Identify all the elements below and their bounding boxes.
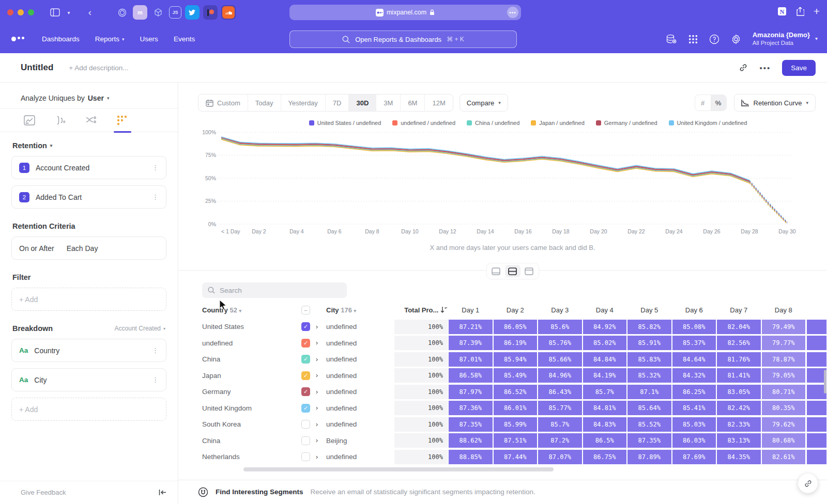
js-icon[interactable]: JS <box>169 6 181 19</box>
expand-row-icon[interactable]: › <box>316 453 326 461</box>
retention-cell[interactable]: 87.21% <box>449 320 493 334</box>
back-button[interactable]: ‹ <box>83 5 97 20</box>
retention-cell[interactable]: 86.43% <box>538 385 582 399</box>
retention-cell[interactable]: 87.44% <box>494 450 538 464</box>
retention-cell[interactable]: 85.6% <box>538 320 582 334</box>
settings-gear-icon[interactable] <box>731 34 741 44</box>
retention-cell[interactable]: 86.05% <box>494 320 538 334</box>
expand-row-icon[interactable]: › <box>316 372 326 379</box>
kebab-menu-icon[interactable]: ⋮ <box>152 166 159 170</box>
legend-item[interactable]: China / undefined <box>467 120 519 126</box>
retention-cell[interactable]: 85.76% <box>538 336 582 350</box>
retention-cell[interactable]: 87.01% <box>449 352 493 367</box>
retention-cell[interactable]: 86.58% <box>449 368 493 383</box>
expand-row-icon[interactable]: › <box>316 323 326 330</box>
retention-cell[interactable]: 82.42% <box>717 401 761 415</box>
retention-cell[interactable]: 87.35% <box>627 433 671 448</box>
retention-cell[interactable]: 86.52% <box>494 385 538 399</box>
retention-cell[interactable]: 86.25% <box>672 385 716 399</box>
range-30d[interactable]: 30D <box>349 94 376 111</box>
range-yesterday[interactable]: Yesterday <box>281 94 326 111</box>
more-options-icon[interactable]: ••• <box>759 64 771 72</box>
select-all-checkbox[interactable]: – <box>301 306 310 314</box>
apps-grid-icon[interactable] <box>688 35 698 44</box>
cube-icon[interactable] <box>151 5 165 20</box>
range-12m[interactable]: 12M <box>425 94 452 111</box>
compare-button[interactable]: Compare ▾ <box>460 94 508 112</box>
retention-cell[interactable]: 87.39% <box>449 336 493 350</box>
chart-type-dropdown[interactable]: Retention Curve ▾ <box>734 94 816 112</box>
range-3m[interactable]: 3M <box>376 94 401 111</box>
retention-cell[interactable]: 88.62% <box>449 433 493 448</box>
range-today[interactable]: Today <box>248 94 281 111</box>
retention-cell[interactable]: 85.08% <box>672 320 716 334</box>
tab-retention[interactable] <box>114 115 131 132</box>
retention-cell[interactable]: 79.05% <box>762 368 806 383</box>
patreon-icon[interactable] <box>203 5 218 20</box>
retention-cell[interactable]: 79.77% <box>762 336 806 350</box>
target-icon[interactable] <box>115 5 129 20</box>
day-column-header[interactable]: Day 6 <box>672 306 717 314</box>
city-cell[interactable]: undefined <box>326 404 394 412</box>
retention-cell[interactable]: 87.51% <box>494 433 538 448</box>
share-link-fab[interactable] <box>798 474 818 493</box>
step-card-1[interactable]: 1 Account Created ⋮ <box>11 156 166 179</box>
retention-cell[interactable]: 85.64% <box>627 401 671 415</box>
row-checkbox[interactable] <box>301 420 310 429</box>
legend-item[interactable]: United Kingdom / undefined <box>669 120 747 126</box>
retention-cell[interactable]: 84.35% <box>717 450 761 464</box>
retention-cell[interactable]: 87.2% <box>538 433 582 448</box>
series-line[interactable] <box>221 139 749 183</box>
tab-funnels[interactable] <box>52 115 69 132</box>
country-cell[interactable]: China <box>202 355 301 363</box>
retention-cell[interactable]: 84.83% <box>583 417 627 432</box>
retention-cell[interactable]: 85.7% <box>583 385 627 399</box>
kebab-menu-icon[interactable]: ⋮ <box>152 349 159 353</box>
step-card-2[interactable]: 2 Added To Cart ⋮ <box>11 185 166 209</box>
breakdown-card-city[interactable]: Aa City ⋮ <box>11 368 166 391</box>
view-chart-only-button[interactable] <box>488 265 504 277</box>
kebab-menu-icon[interactable]: ⋮ <box>152 378 159 382</box>
retention-cell[interactable]: 83.13% <box>717 433 761 448</box>
retention-cell[interactable]: 84.32% <box>672 368 716 383</box>
day-column-header[interactable]: Day 3 <box>538 306 583 314</box>
tab-flows[interactable] <box>83 115 100 132</box>
project-switcher[interactable]: Amazonia {Demo} All Project Data ▾ <box>753 31 818 47</box>
add-breakdown-button[interactable]: + Add <box>11 398 166 421</box>
criteria-interval[interactable]: Each Day <box>67 244 98 253</box>
row-checkbox[interactable]: ✓ <box>301 322 310 331</box>
retention-section-header[interactable]: Retention ▾ <box>11 141 166 150</box>
collapse-sidebar-icon[interactable] <box>159 489 166 496</box>
legend-item[interactable]: United States / undefined <box>309 120 381 126</box>
city-cell[interactable]: undefined <box>326 339 394 347</box>
retention-cell[interactable]: 84.64% <box>672 352 716 367</box>
series-line[interactable] <box>221 139 749 183</box>
retention-cell[interactable]: 86.01% <box>494 401 538 415</box>
retention-cell[interactable]: 86.75% <box>583 450 627 464</box>
retention-cell[interactable]: 82.61% <box>762 450 806 464</box>
retention-cell[interactable]: 87.07% <box>538 450 582 464</box>
row-checkbox[interactable]: ✓ <box>301 339 310 348</box>
city-cell[interactable]: undefined <box>326 453 394 461</box>
mixpanel-logo-icon[interactable] <box>11 37 24 41</box>
country-cell[interactable]: China <box>202 437 301 445</box>
retention-cell[interactable]: 78.87% <box>762 352 806 367</box>
retention-cell[interactable]: 81.76% <box>717 352 761 367</box>
retention-cell[interactable]: 85.02% <box>583 336 627 350</box>
view-table-only-button[interactable] <box>522 265 537 277</box>
window-controls[interactable] <box>7 9 34 15</box>
kebab-menu-icon[interactable]: ⋮ <box>152 195 159 199</box>
add-description-field[interactable]: + Add description... <box>69 64 128 72</box>
view-split-button[interactable] <box>505 265 520 277</box>
row-checkbox[interactable]: ✓ <box>301 387 310 396</box>
retention-cell[interactable]: 85.52% <box>627 417 671 432</box>
help-icon[interactable] <box>709 34 719 44</box>
country-cell[interactable]: Germany <box>202 388 301 396</box>
retention-cell[interactable]: 86.5% <box>583 433 627 448</box>
expand-row-icon[interactable]: › <box>316 437 326 444</box>
day-column-header[interactable]: Day 4 <box>583 306 627 314</box>
range-custom[interactable]: Custom <box>198 94 248 111</box>
retention-cell[interactable]: 80.68% <box>762 433 806 448</box>
retention-cell[interactable]: 86.03% <box>672 433 716 448</box>
m-circle-icon[interactable]: m <box>133 5 147 20</box>
